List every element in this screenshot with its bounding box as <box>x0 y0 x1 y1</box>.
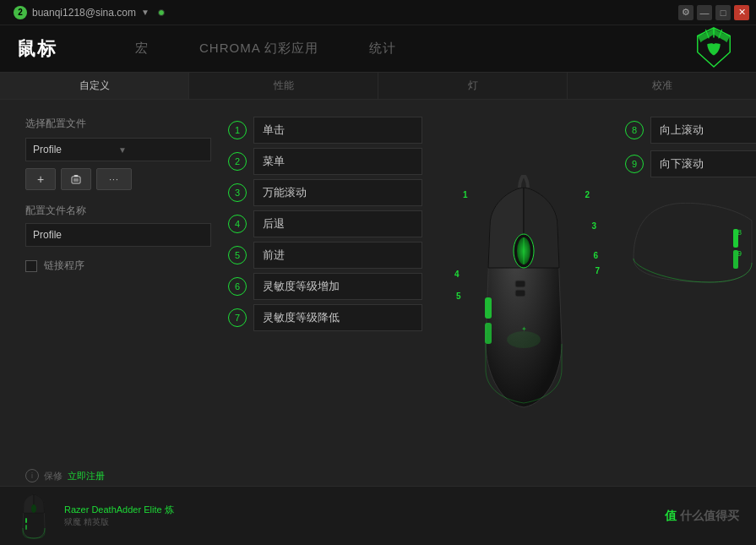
profile-select-value: Profile <box>33 144 118 155</box>
info-icon: i <box>25 469 39 482</box>
watermark-accent: 值 <box>665 509 677 522</box>
sub-nav-customize[interactable]: 自定义 <box>0 73 189 99</box>
mouse-label-4: 4 <box>454 270 460 279</box>
nav-item-chroma[interactable]: CHROMA 幻彩应用 <box>199 41 318 57</box>
link-app-checkbox[interactable] <box>25 260 37 272</box>
mouse-label-6: 6 <box>593 251 598 260</box>
button-action-5[interactable]: 前进 <box>253 242 422 269</box>
sub-nav-calibration[interactable]: 校准 <box>568 73 756 99</box>
titlebar: 2 buanqi1218@sina.com ▼ ⚙ — □ ✕ <box>0 0 756 25</box>
mouse-image: ✦ 1 2 3 4 5 6 7 <box>439 175 608 411</box>
register-link[interactable]: 立即注册 <box>68 470 105 482</box>
svg-rect-11 <box>485 297 492 319</box>
online-status-dot <box>158 9 165 16</box>
watermark-area: 值 什么值得买 <box>665 509 739 524</box>
device-info: Razer DeathAdder Elite 炼 狱魔 精英版 <box>64 504 174 528</box>
button-number-2: 2 <box>228 152 247 171</box>
support-row: i 保修 立即注册 <box>25 469 105 482</box>
sub-nav: 自定义 性能 灯 校准 <box>0 73 756 100</box>
svg-rect-23 <box>25 525 27 530</box>
button-action-2[interactable]: 菜单 <box>253 148 422 175</box>
device-name-label: Razer DeathAdder Elite 炼 <box>64 504 174 516</box>
mouse-label-1: 1 <box>463 190 468 199</box>
svg-rect-4 <box>74 175 79 177</box>
gear-icon[interactable]: ⚙ <box>678 5 693 20</box>
button-number-4: 4 <box>228 215 247 233</box>
link-app-label: 链接程序 <box>44 259 84 273</box>
profile-select[interactable]: Profile ▼ <box>25 138 211 161</box>
sub-nav-performance[interactable]: 性能 <box>189 73 378 99</box>
link-app-row: 链接程序 <box>25 259 211 273</box>
device-sub-label: 狱魔 精英版 <box>64 516 174 528</box>
button-number-3: 3 <box>228 183 247 202</box>
svg-rect-14 <box>515 290 525 297</box>
nav-item-macro[interactable]: 宏 <box>135 41 149 57</box>
svg-rect-13 <box>515 281 525 287</box>
maximize-button[interactable]: □ <box>715 5 731 20</box>
list-item: 9 向下滚动 <box>625 150 756 177</box>
user-badge: 2 <box>14 6 27 19</box>
svg-point-16 <box>507 331 541 348</box>
mouse-label-7: 7 <box>595 266 600 275</box>
mouse-area: ✦ 1 2 3 4 5 6 7 <box>439 117 608 469</box>
profile-select-label: 选择配置文件 <box>25 117 211 131</box>
button-number-5: 5 <box>228 246 247 264</box>
svg-text:8: 8 <box>737 228 742 237</box>
svg-rect-12 <box>485 323 492 344</box>
content-area: 选择配置文件 Profile ▼ + ··· 配置文件名称 链接程序 <box>0 100 756 486</box>
button-number-7: 7 <box>228 308 247 327</box>
button-action-6[interactable]: 灵敏度等级增加 <box>253 273 422 300</box>
svg-text:9: 9 <box>737 249 742 258</box>
svg-point-21 <box>31 504 36 513</box>
user-dropdown-arrow[interactable]: ▼ <box>141 8 150 17</box>
main-nav-items: 宏 CHROMA 幻彩应用 统计 <box>135 41 396 57</box>
delete-profile-button[interactable] <box>61 168 91 190</box>
mouse-label-5: 5 <box>456 292 461 301</box>
sub-nav-lighting[interactable]: 灯 <box>378 73 568 99</box>
right-button-number-8: 8 <box>625 121 644 139</box>
nav-item-stats[interactable]: 统计 <box>369 41 396 57</box>
right-button-action-9[interactable]: 向下滚动 <box>650 150 756 177</box>
mouse-label-3: 3 <box>591 221 596 231</box>
button-action-1[interactable]: 单击 <box>253 117 422 144</box>
right-panel: 8 向上滚动 9 向下滚动 8 9 <box>625 117 756 469</box>
button-number-1: 1 <box>228 121 247 139</box>
add-profile-button[interactable]: + <box>25 168 56 190</box>
list-item: 5 前进 <box>228 242 422 269</box>
razer-logo <box>688 26 739 72</box>
profile-btn-row: + ··· <box>25 168 211 190</box>
list-item: 3 万能滚动 <box>228 179 422 206</box>
minimize-button[interactable]: — <box>697 5 712 20</box>
button-action-3[interactable]: 万能滚动 <box>253 179 422 206</box>
list-item: 7 灵敏度等级降低 <box>228 304 422 331</box>
more-profile-button[interactable]: ··· <box>96 168 132 190</box>
user-info: 2 buanqi1218@sina.com ▼ <box>14 6 165 19</box>
main-nav: 鼠标 宏 CHROMA 幻彩应用 统计 <box>0 25 756 73</box>
watermark-text: 值 什么值得买 <box>665 509 739 524</box>
mouse-label-2: 2 <box>585 190 590 199</box>
middle-panel: 1 单击 2 菜单 3 万能滚动 4 后退 5 前进 6 灵敏度等级增加 <box>228 117 422 469</box>
list-item: 2 菜单 <box>228 148 422 175</box>
list-item: 1 单击 <box>228 117 422 144</box>
support-text: 保修 <box>44 470 63 482</box>
app-title: 鼠标 <box>17 36 84 62</box>
close-button[interactable]: ✕ <box>734 5 749 20</box>
profile-select-arrow: ▼ <box>118 145 204 155</box>
list-item: 6 灵敏度等级增加 <box>228 273 422 300</box>
list-item: 4 后退 <box>228 210 422 237</box>
bottom-bar: Razer DeathAdder Elite 炼 狱魔 精英版 值 什么值得买 <box>0 486 756 545</box>
right-button-number-9: 9 <box>625 155 644 173</box>
button-action-4[interactable]: 后退 <box>253 210 422 237</box>
button-action-7[interactable]: 灵敏度等级降低 <box>253 304 422 331</box>
profile-name-input[interactable] <box>25 223 211 247</box>
button-number-6: 6 <box>228 277 247 296</box>
right-button-action-8[interactable]: 向上滚动 <box>650 117 756 144</box>
list-item: 8 向上滚动 <box>625 117 756 144</box>
device-thumbnail <box>17 493 51 539</box>
left-panel: 选择配置文件 Profile ▼ + ··· 配置文件名称 链接程序 <box>25 117 211 469</box>
title-controls: — □ ✕ <box>697 5 749 20</box>
username-label: buanqi1218@sina.com <box>32 7 136 19</box>
svg-rect-22 <box>25 518 27 523</box>
profile-name-label: 配置文件名称 <box>25 204 211 218</box>
button-list: 1 单击 2 菜单 3 万能滚动 4 后退 5 前进 6 灵敏度等级增加 <box>228 117 422 331</box>
